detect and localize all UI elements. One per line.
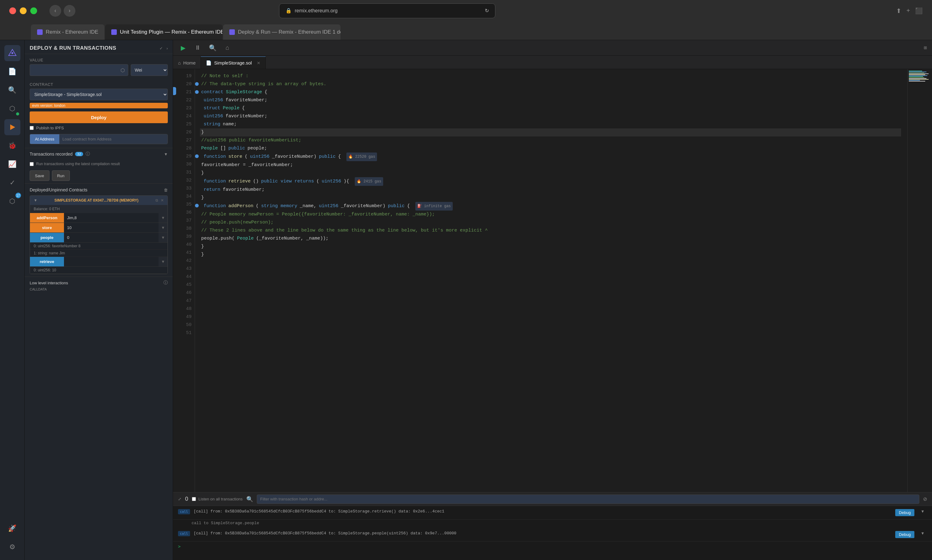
sidebar-icon-logo[interactable] (4, 45, 20, 61)
forward-button[interactable]: › (64, 5, 76, 17)
instance-toggle[interactable]: ▼ (34, 198, 37, 203)
retrieve-input[interactable] (64, 257, 159, 266)
at-address-input[interactable] (59, 134, 168, 144)
sidebar-icon-rocket[interactable]: 🚀 (4, 520, 20, 537)
store-input[interactable] (64, 223, 159, 232)
log-entry-1: call [call] from: 0x5B38Da6a701c568545dC… (173, 506, 932, 520)
people-chevron[interactable]: ▼ (159, 233, 168, 242)
contract-instance: ▼ SIMPLESTORAGE AT 0X047...7B7D8 (MEMORY… (30, 195, 168, 274)
expand-icon[interactable]: › (167, 46, 168, 51)
addperson-input[interactable] (64, 213, 159, 223)
close-button[interactable] (9, 8, 16, 14)
search-console-icon[interactable]: 🔍 (246, 496, 253, 503)
git-badge (16, 112, 19, 115)
close-icon[interactable]: ✕ (161, 198, 164, 203)
transactions-header: Transactions recorded 32 ⓘ ▼ (25, 148, 173, 160)
new-tab-icon[interactable]: + (906, 7, 910, 14)
minimize-button[interactable] (20, 8, 26, 14)
listen-label: Listen on all transactions (198, 497, 242, 502)
log-chevron-2[interactable]: ▼ (918, 531, 927, 535)
debug-button-1[interactable]: Debug (895, 509, 914, 516)
deploy-button[interactable]: Deploy (30, 111, 168, 123)
sidebar-icon-search[interactable]: 🔍 (4, 82, 20, 98)
retrieve-chevron[interactable]: ▼ (159, 257, 168, 266)
sidebar-icon-settings[interactable]: ⚙ (4, 539, 20, 555)
low-level-info[interactable]: ⓘ (164, 280, 168, 286)
tab-simple-storage[interactable]: Unit Testing Plugin — Remix - Ethereum I… (105, 25, 222, 40)
console-input[interactable] (183, 544, 927, 549)
gutter (173, 69, 178, 492)
title-bar: ‹ › 🔒 remix.ethereum.org ↻ ⬆ + ⬛ (0, 0, 932, 21)
maximize-button[interactable] (30, 8, 37, 14)
icon-sidebar: 📄 🔍 ⬡ 🐞 📈 ✓ ⬡ 17 🚀 (0, 40, 25, 560)
search-icon[interactable]: 🔍 (208, 43, 218, 53)
clear-icon[interactable]: ⊘ (923, 496, 927, 502)
sidebar-icon-git[interactable]: ⬡ (4, 101, 20, 117)
code-area[interactable]: // Note to self : // The data-type strin… (195, 69, 907, 492)
console-expand-icon[interactable]: ⤢ (178, 497, 181, 502)
sidebar-icon-debug[interactable]: 🐞 (4, 138, 20, 154)
people-input[interactable] (64, 233, 159, 242)
file-tab-close[interactable]: ✕ (257, 60, 261, 65)
filter-input[interactable] (257, 495, 919, 504)
check-icon[interactable]: ✓ (159, 46, 163, 51)
tab-home[interactable]: ⌂ Home (173, 57, 201, 69)
addperson-button[interactable]: addPerson (30, 213, 64, 223)
store-button[interactable]: store (30, 223, 64, 232)
tab-deploy-run[interactable]: Deploy & Run — Remix - Ethereum IDE 1 do… (223, 25, 341, 40)
people-output-1: 1: string: name Jim (30, 250, 168, 257)
sidebar-icon-check[interactable]: ✓ (4, 175, 20, 191)
minimap (907, 69, 932, 492)
code-line-24: contract SimpleStorage { (201, 88, 901, 96)
deployed-section: Deployed/Unpinned Contracts 🗑 ▼ SIMPLEST… (25, 183, 173, 277)
sidebar-icon-plugin[interactable]: ⬡ 17 (4, 193, 20, 209)
code-line-41: return favoriteNumber; (201, 186, 901, 194)
people-button[interactable]: people (30, 233, 64, 242)
copy-icon[interactable]: ⧉ (156, 198, 158, 203)
log-text-1: [call] from: 0x5B38Da6a701c568545dCfcB03… (194, 509, 892, 514)
tab-remix-ide[interactable]: Remix - Ethereum IDE (31, 25, 105, 40)
sidebar-icon-files[interactable]: 📄 (4, 64, 20, 80)
info-icon[interactable]: ⓘ (86, 151, 90, 157)
back-button[interactable]: ‹ (49, 5, 61, 17)
compilation-checkbox[interactable] (30, 162, 34, 166)
gutter-space (173, 77, 178, 85)
expand-icon[interactable]: ⊞ (924, 45, 927, 50)
trash-icon[interactable]: 🗑 (164, 188, 168, 192)
code-line-46: // people.push(newPerson); (201, 218, 901, 226)
publish-ipfs-checkbox[interactable] (30, 126, 34, 130)
home-icon[interactable]: ⌂ (222, 43, 232, 53)
listen-checkbox[interactable] (192, 497, 196, 501)
low-level-title: Low level interactions (30, 281, 68, 285)
gas-badge-44: ⛽ infinite gas (415, 202, 453, 211)
share-icon[interactable]: ⬆ (896, 7, 901, 14)
deployed-header: Deployed/Unpinned Contracts 🗑 (30, 188, 168, 192)
addperson-chevron[interactable]: ▼ (159, 213, 168, 223)
log-chevron-1[interactable]: ▼ (918, 509, 927, 514)
unit-select[interactable]: Wei Gwei Ether (131, 64, 168, 76)
tabs-icon[interactable]: ⬛ (915, 7, 923, 14)
value-input[interactable]: 0 (33, 68, 120, 72)
sidebar-icon-deploy[interactable] (4, 119, 20, 135)
store-chevron[interactable]: ▼ (159, 223, 168, 232)
tab-label: Deploy & Run — Remix - Ethereum IDE 1 do… (238, 29, 341, 35)
sidebar-icon-analytics[interactable]: 📈 (4, 156, 20, 172)
reload-icon[interactable]: ↻ (485, 8, 489, 14)
deploy-panel-title: DEPLOY & RUN TRANSACTIONS (30, 45, 116, 51)
value-input-field[interactable]: 0 ⬡ (30, 64, 128, 76)
retrieve-button[interactable]: retrieve (30, 257, 64, 266)
code-line-25: uint256 favoriteNumber; (201, 96, 901, 105)
pause-icon[interactable]: ⏸ (193, 43, 203, 53)
address-bar[interactable]: 🔒 remix.ethereum.org ↻ (279, 3, 495, 18)
collapse-icon[interactable]: ▼ (164, 152, 168, 157)
debug-button-2[interactable]: Debug (895, 531, 914, 538)
save-button[interactable]: Save (30, 171, 49, 181)
code-line-48: people.push(People (_favoriteNumber, _na… (201, 235, 901, 243)
tab-simple-storage-editor[interactable]: 📄 SimpleStorage.sol ✕ (201, 57, 266, 69)
compilation-label: Run transactions using the latest compil… (36, 162, 120, 166)
code-line-28: uint256 favoriteNumber; (201, 112, 901, 120)
at-address-button[interactable]: At Address (30, 134, 59, 144)
run-icon[interactable]: ▶ (178, 43, 188, 53)
run-button[interactable]: Run (52, 171, 70, 181)
contract-select[interactable]: SimpleStorage - SimpleStorage.sol (30, 89, 168, 100)
